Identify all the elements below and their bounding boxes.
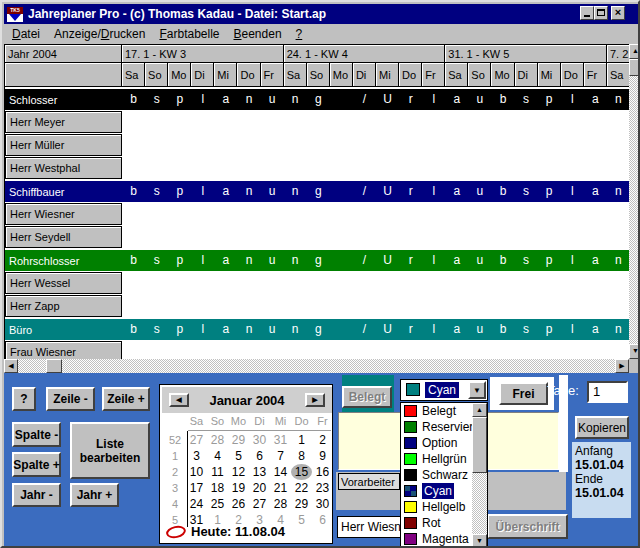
band-letter-cell[interactable]: b [491,319,514,340]
day-header-cell[interactable]: Mo [330,63,353,87]
calendar-day[interactable]: 30 [312,496,333,512]
week-header-cell[interactable]: 7. 2 [607,45,629,63]
calendar-day[interactable]: 9 [312,448,333,464]
calendar-day[interactable]: 15 [291,464,312,480]
band-letter-cell[interactable]: p [168,250,191,271]
calendar-day[interactable]: 20 [249,480,270,496]
band-letter-cell[interactable]: r [399,181,422,202]
calendar-day[interactable]: 21 [270,480,291,496]
band-letter-cell[interactable]: b [491,89,514,110]
band-letter-cell[interactable]: p [168,319,191,340]
menu-item-anzeige-drucken[interactable]: Anzeige/Drucken [54,27,145,41]
calendar-day[interactable]: 18 [207,480,228,496]
calendar-day[interactable]: 28 [270,496,291,512]
week-header-cell[interactable]: 24. 1 - KW 4 [284,45,446,63]
band-letter-cell[interactable]: u [468,89,491,110]
menu-item-beenden[interactable]: Beenden [234,27,282,41]
band-letter-cell[interactable]: p [538,181,561,202]
band-letter-cell[interactable]: l [561,181,584,202]
band-letter-cell[interactable]: s [515,181,538,202]
band-letter-cell[interactable]: s [515,89,538,110]
band-letter-cell[interactable]: U [376,89,399,110]
vertical-scrollbar[interactable] [629,44,640,359]
calendar-day[interactable]: 17 [186,480,207,496]
band-letter-cell[interactable]: l [191,319,214,340]
scroll-left-button[interactable]: ◀ [4,359,18,373]
calendar-day[interactable]: 22 [291,480,312,496]
frei-button[interactable]: Frei [499,382,548,405]
ueberschrift-button[interactable]: Überschrift [487,514,568,539]
band-letter-cell[interactable]: n [237,319,260,340]
band-letter-cell[interactable]: s [145,319,168,340]
member-schedule-cells[interactable] [122,295,629,317]
band-letter-cell[interactable]: l [422,319,445,340]
band-letter-cell[interactable]: s [515,319,538,340]
band-letter-cell[interactable]: l [561,319,584,340]
day-header-cell[interactable]: Sa [122,63,145,87]
band-letter-cell[interactable]: p [538,250,561,271]
zeile-minus-button[interactable]: Zeile - [46,387,95,411]
day-header-cell[interactable]: Mi [376,63,399,87]
week-header-cell[interactable]: 31. 1 - KW 5 [445,45,607,63]
calendar-day[interactable]: 23 [312,480,333,496]
calendar-day[interactable]: 3 [186,448,207,464]
band-letter-cell[interactable]: a [214,181,237,202]
band-letter-cell[interactable] [330,181,353,202]
band-letter-cell[interactable]: a [584,250,607,271]
member-label[interactable]: Herr Wessel [5,272,122,294]
day-header-cell[interactable]: Mo [491,63,514,87]
band-letter-cell[interactable]: n [237,250,260,271]
member-schedule-cells[interactable] [122,226,629,248]
spalte-minus-button[interactable]: Spalte - [12,422,61,447]
band-letter-cell[interactable]: g [307,181,330,202]
calendar-day[interactable]: 30 [249,432,270,448]
member-label[interactable]: Herr Meyer [5,111,122,133]
member-label[interactable]: Herr Seydell [5,226,122,248]
calendar-day[interactable]: 16 [312,464,333,480]
calendar-next-button[interactable]: ▶ [305,393,325,407]
band-letter-cell[interactable]: b [122,319,145,340]
band-letter-cell[interactable]: n [237,181,260,202]
band-letter-cell[interactable]: b [122,181,145,202]
band-letter-cell[interactable]: p [538,319,561,340]
day-header-cell[interactable]: Fr [422,63,445,87]
band-letter-cell[interactable]: r [399,89,422,110]
band-letter-cell[interactable] [330,319,353,340]
band-letter-cell[interactable]: / [353,250,376,271]
band-letter-cell[interactable]: a [214,250,237,271]
band-letter-cell[interactable]: a [584,89,607,110]
calendar-day[interactable]: 19 [228,480,249,496]
band-letter-cell[interactable]: p [538,89,561,110]
calendar-day[interactable]: 27 [249,496,270,512]
calendar-day[interactable]: 8 [291,448,312,464]
calendar-day[interactable]: 26 [228,496,249,512]
band-letter-cell[interactable] [330,89,353,110]
member-schedule-cells[interactable] [122,341,629,359]
band-letter-cell[interactable]: n [284,181,307,202]
calendar-day[interactable]: 24 [186,496,207,512]
day-header-cell[interactable]: Mi [538,63,561,87]
member-schedule-cells[interactable] [122,111,629,133]
calendar-day[interactable]: 14 [270,464,291,480]
band-letter-cell[interactable]: n [284,250,307,271]
spalte-plus-button[interactable]: Spalte + [12,452,61,477]
band-letter-cell[interactable]: l [191,181,214,202]
day-header-cell[interactable]: Fr [261,63,284,87]
day-header-cell[interactable]: Mo [168,63,191,87]
kopieren-button[interactable]: Kopieren [575,416,629,439]
member-schedule-cells[interactable] [122,157,629,179]
dropdown-scrollbar[interactable]: ▲▼ [472,403,487,548]
calendar-day[interactable]: 29 [228,432,249,448]
member-label[interactable]: Herr Müller [5,134,122,156]
band-letter-cell[interactable]: n [607,250,629,271]
color-combobox[interactable]: Cyan ▼ [400,379,488,401]
group-row-schiffbauer[interactable]: Schiffbauerbsplanung/Urlaubsplan [5,181,629,202]
band-letter-cell[interactable]: n [607,89,629,110]
band-letter-cell[interactable]: a [214,319,237,340]
day-header-cell[interactable]: Mi [214,63,237,87]
calendar-day[interactable]: 25 [207,496,228,512]
band-letter-cell[interactable]: s [145,181,168,202]
help-button[interactable]: ? [12,387,36,411]
band-letter-cell[interactable]: u [468,250,491,271]
band-letter-cell[interactable]: a [584,319,607,340]
